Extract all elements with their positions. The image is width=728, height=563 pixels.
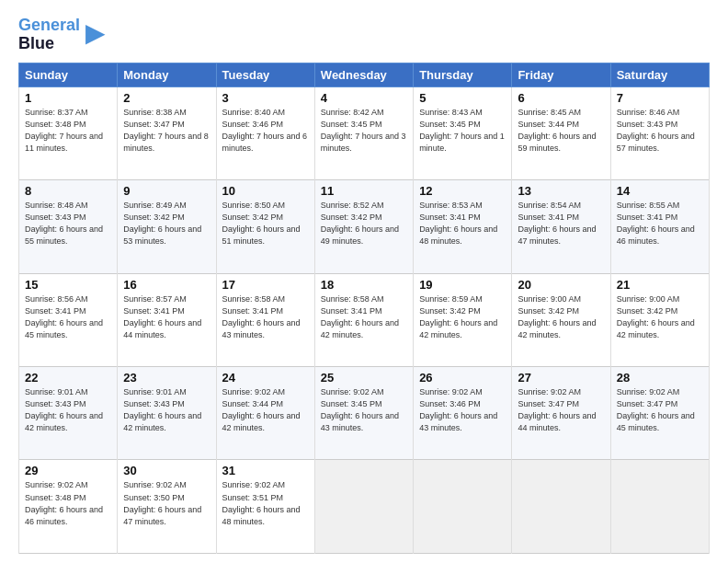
calendar-week-4: 22Sunrise: 9:01 AMSunset: 3:43 PMDayligh… [19,367,710,460]
day-number: 1 [25,91,111,105]
calendar-cell [610,460,709,554]
calendar-cell: 7Sunrise: 8:46 AMSunset: 3:43 PMDaylight… [610,86,709,179]
calendar-cell: 19Sunrise: 8:59 AMSunset: 3:42 PMDayligh… [414,273,512,366]
day-info: Sunrise: 8:37 AMSunset: 3:48 PMDaylight:… [25,107,111,155]
calendar-cell: 17Sunrise: 8:58 AMSunset: 3:41 PMDayligh… [216,273,314,366]
calendar-week-3: 15Sunrise: 8:56 AMSunset: 3:41 PMDayligh… [19,273,710,366]
day-info: Sunrise: 9:00 AMSunset: 3:42 PMDaylight:… [617,293,703,341]
day-info: Sunrise: 8:43 AMSunset: 3:45 PMDaylight:… [419,107,506,155]
calendar-week-5: 29Sunrise: 9:02 AMSunset: 3:48 PMDayligh… [19,460,710,554]
day-info: Sunrise: 9:02 AMSunset: 3:47 PMDaylight:… [518,386,604,434]
calendar-cell: 18Sunrise: 8:58 AMSunset: 3:41 PMDayligh… [314,273,413,366]
day-info: Sunrise: 9:02 AMSunset: 3:46 PMDaylight:… [419,386,506,434]
calendar-header-row: SundayMondayTuesdayWednesdayThursdayFrid… [19,63,710,86]
col-header-sunday: Sunday [19,63,118,86]
day-info: Sunrise: 8:55 AMSunset: 3:41 PMDaylight:… [617,200,703,247]
day-number: 26 [419,371,506,385]
day-number: 30 [123,464,210,477]
calendar-cell: 9Sunrise: 8:49 AMSunset: 3:42 PMDaylight… [118,180,216,273]
day-number: 12 [419,184,506,198]
day-info: Sunrise: 8:56 AMSunset: 3:41 PMDaylight:… [25,293,111,341]
day-number: 19 [419,278,506,292]
day-number: 28 [617,371,703,385]
day-number: 16 [123,278,210,292]
day-number: 22 [25,371,111,385]
day-number: 4 [321,91,407,105]
calendar-cell: 26Sunrise: 9:02 AMSunset: 3:46 PMDayligh… [414,367,512,460]
day-info: Sunrise: 8:42 AMSunset: 3:45 PMDaylight:… [321,107,407,155]
calendar-cell: 22Sunrise: 9:01 AMSunset: 3:43 PMDayligh… [19,367,118,460]
calendar-cell: 6Sunrise: 8:45 AMSunset: 3:44 PMDaylight… [512,86,610,179]
logo-text2: Blue [18,35,80,53]
day-number: 27 [518,371,604,385]
calendar-cell: 27Sunrise: 9:02 AMSunset: 3:47 PMDayligh… [512,367,610,460]
day-info: Sunrise: 8:58 AMSunset: 3:41 PMDaylight:… [321,293,407,341]
day-number: 10 [222,184,309,198]
day-number: 2 [123,91,210,105]
day-info: Sunrise: 8:57 AMSunset: 3:41 PMDaylight:… [123,293,210,341]
calendar-cell: 10Sunrise: 8:50 AMSunset: 3:42 PMDayligh… [216,180,314,273]
day-info: Sunrise: 8:52 AMSunset: 3:42 PMDaylight:… [321,200,407,247]
day-info: Sunrise: 9:02 AMSunset: 3:47 PMDaylight:… [617,386,703,434]
day-number: 18 [321,278,407,292]
col-header-friday: Friday [512,63,610,86]
day-number: 11 [321,184,407,198]
day-number: 6 [518,91,604,105]
day-number: 14 [617,184,703,198]
day-info: Sunrise: 9:00 AMSunset: 3:42 PMDaylight:… [518,293,604,341]
calendar-cell: 20Sunrise: 9:00 AMSunset: 3:42 PMDayligh… [512,273,610,366]
col-header-monday: Monday [118,63,216,86]
calendar-cell: 23Sunrise: 9:01 AMSunset: 3:43 PMDayligh… [118,367,216,460]
day-number: 25 [321,371,407,385]
calendar-cell: 14Sunrise: 8:55 AMSunset: 3:41 PMDayligh… [610,180,709,273]
logo: General Blue ▶ [18,17,106,53]
day-number: 3 [222,91,309,105]
calendar-cell [414,460,512,554]
col-header-wednesday: Wednesday [314,63,413,86]
calendar-cell: 30Sunrise: 9:02 AMSunset: 3:50 PMDayligh… [118,460,216,554]
day-info: Sunrise: 9:02 AMSunset: 3:44 PMDaylight:… [222,386,309,434]
calendar-cell: 16Sunrise: 8:57 AMSunset: 3:41 PMDayligh… [118,273,216,366]
calendar-week-1: 1Sunrise: 8:37 AMSunset: 3:48 PMDaylight… [19,86,710,179]
page: General Blue ▶ SundayMondayTuesdayWednes… [0,0,728,563]
header: General Blue ▶ [18,17,710,53]
calendar-cell: 2Sunrise: 8:38 AMSunset: 3:47 PMDaylight… [118,86,216,179]
calendar-cell: 21Sunrise: 9:00 AMSunset: 3:42 PMDayligh… [610,273,709,366]
calendar-cell: 1Sunrise: 8:37 AMSunset: 3:48 PMDaylight… [19,86,118,179]
day-number: 5 [419,91,506,105]
day-info: Sunrise: 8:40 AMSunset: 3:46 PMDaylight:… [222,107,309,155]
day-number: 23 [123,371,210,385]
day-info: Sunrise: 8:46 AMSunset: 3:43 PMDaylight:… [617,107,703,155]
calendar-week-2: 8Sunrise: 8:48 AMSunset: 3:43 PMDaylight… [19,180,710,273]
calendar-cell: 25Sunrise: 9:02 AMSunset: 3:45 PMDayligh… [314,367,413,460]
col-header-saturday: Saturday [610,63,709,86]
day-info: Sunrise: 8:50 AMSunset: 3:42 PMDaylight:… [222,200,309,247]
day-number: 21 [617,278,703,292]
calendar-cell: 3Sunrise: 8:40 AMSunset: 3:46 PMDaylight… [216,86,314,179]
day-number: 17 [222,278,309,292]
logo-bird-icon: ▶ [85,17,106,48]
calendar-cell: 29Sunrise: 9:02 AMSunset: 3:48 PMDayligh… [19,460,118,554]
calendar-cell: 5Sunrise: 8:43 AMSunset: 3:45 PMDaylight… [414,86,512,179]
calendar-cell: 15Sunrise: 8:56 AMSunset: 3:41 PMDayligh… [19,273,118,366]
calendar-table: SundayMondayTuesdayWednesdayThursdayFrid… [18,63,710,554]
calendar-cell: 12Sunrise: 8:53 AMSunset: 3:41 PMDayligh… [414,180,512,273]
day-info: Sunrise: 9:02 AMSunset: 3:48 PMDaylight:… [25,479,111,527]
day-number: 7 [617,91,703,105]
logo-text: General [18,17,80,35]
day-number: 9 [123,184,210,198]
day-info: Sunrise: 8:38 AMSunset: 3:47 PMDaylight:… [123,107,210,155]
calendar-cell: 13Sunrise: 8:54 AMSunset: 3:41 PMDayligh… [512,180,610,273]
calendar-cell: 11Sunrise: 8:52 AMSunset: 3:42 PMDayligh… [314,180,413,273]
calendar-cell: 28Sunrise: 9:02 AMSunset: 3:47 PMDayligh… [610,367,709,460]
day-number: 20 [518,278,604,292]
day-info: Sunrise: 9:01 AMSunset: 3:43 PMDaylight:… [25,386,111,434]
day-number: 15 [25,278,111,292]
day-info: Sunrise: 8:59 AMSunset: 3:42 PMDaylight:… [419,293,506,341]
calendar-cell: 4Sunrise: 8:42 AMSunset: 3:45 PMDaylight… [314,86,413,179]
day-info: Sunrise: 8:49 AMSunset: 3:42 PMDaylight:… [123,200,210,247]
calendar-cell [512,460,610,554]
calendar-cell [314,460,413,554]
calendar-cell: 24Sunrise: 9:02 AMSunset: 3:44 PMDayligh… [216,367,314,460]
calendar-cell: 31Sunrise: 9:02 AMSunset: 3:51 PMDayligh… [216,460,314,554]
